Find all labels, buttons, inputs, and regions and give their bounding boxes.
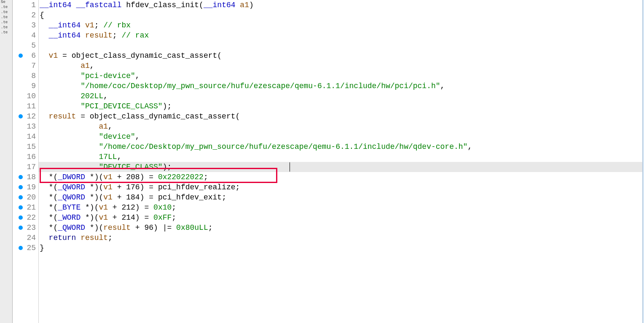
code-text-area[interactable]: __int64 __fastcall hfdev_class_init(__in… bbox=[39, 0, 642, 323]
gutter-row[interactable]: 8 bbox=[13, 71, 38, 81]
breakpoint-icon[interactable] bbox=[19, 54, 23, 58]
gutter-row[interactable]: 23 bbox=[13, 223, 38, 233]
punct: ; bbox=[113, 31, 122, 40]
gutter-row[interactable]: 1 bbox=[13, 0, 38, 10]
code-editor[interactable]: 1 2 3 4 5 6 7 8 9 10 11 12 13 14 15 16 1… bbox=[13, 0, 642, 323]
fastcall-keyword: __fastcall bbox=[76, 1, 121, 9]
breakpoint-icon[interactable] bbox=[19, 185, 23, 189]
code-line[interactable]: 202LL, bbox=[39, 91, 642, 101]
code-line[interactable]: "device", bbox=[39, 132, 642, 142]
line-number: 15 bbox=[27, 143, 36, 151]
breakpoint-icon[interactable] bbox=[19, 205, 23, 210]
sidebar-entry[interactable]: .te bbox=[0, 25, 12, 30]
left-sidebar[interactable]: Se .te .te .te .te .te .te bbox=[0, 0, 13, 323]
string-literal: "/home/coc/Desktop/my_pwn_source/hufu/ez… bbox=[99, 143, 467, 151]
punct: ; bbox=[172, 213, 176, 222]
punct: ); bbox=[163, 102, 172, 110]
gutter-row[interactable]: 16 bbox=[13, 152, 38, 162]
string-literal: "DEVICE_CLASS" bbox=[99, 163, 162, 171]
gutter-row[interactable]: 17 bbox=[13, 162, 38, 172]
gutter-row[interactable]: 13 bbox=[13, 121, 38, 132]
gutter-row[interactable]: 7 bbox=[13, 61, 38, 71]
punct: , bbox=[440, 82, 445, 90]
code-line[interactable]: *(_QWORD *)(result + 96) |= 0x80uLL; bbox=[39, 223, 642, 233]
code-line[interactable]: "pci-device", bbox=[39, 71, 642, 81]
sidebar-entry[interactable]: .te bbox=[0, 15, 12, 20]
gutter-row[interactable]: 11 bbox=[13, 101, 38, 111]
gutter-row[interactable]: 6 bbox=[13, 51, 38, 61]
sidebar-entry[interactable]: .te bbox=[0, 30, 12, 35]
cast-type: _QWORD bbox=[58, 183, 85, 191]
gutter-row[interactable]: 15 bbox=[13, 142, 38, 152]
type-keyword: __int64 bbox=[49, 21, 81, 30]
cast-type: _DWORD bbox=[58, 173, 85, 181]
line-number: 14 bbox=[27, 132, 36, 141]
code-line[interactable]: } bbox=[39, 243, 642, 253]
code-line[interactable]: { bbox=[39, 10, 642, 20]
code-line[interactable]: a1, bbox=[39, 61, 642, 71]
code-line[interactable]: "/home/coc/Desktop/my_pwn_source/hufu/ez… bbox=[39, 142, 642, 152]
punct: , bbox=[108, 122, 113, 131]
gutter-row[interactable]: 24 bbox=[13, 233, 38, 243]
code-text: + 214) = bbox=[108, 213, 153, 222]
code-line[interactable]: 17LL, bbox=[39, 152, 642, 162]
code-line[interactable]: *(_BYTE *)(v1 + 212) = 0x10; bbox=[39, 202, 642, 213]
scrollbar-track[interactable] bbox=[642, 0, 644, 323]
code-line[interactable]: a1, bbox=[39, 121, 642, 132]
code-line[interactable]: __int64 __fastcall hfdev_class_init(__in… bbox=[39, 0, 642, 10]
punct: ; bbox=[204, 173, 208, 181]
cast-type: _WORD bbox=[58, 213, 80, 222]
gutter-row[interactable]: 12 bbox=[13, 111, 38, 121]
number-literal: 17LL bbox=[99, 153, 117, 161]
breakpoint-icon[interactable] bbox=[19, 215, 23, 220]
code-line[interactable]: __int64 v1; // rbx bbox=[39, 20, 642, 30]
type-keyword: __int64 bbox=[49, 31, 81, 40]
breakpoint-icon[interactable] bbox=[19, 175, 23, 179]
cast-type: _BYTE bbox=[58, 203, 80, 212]
code-line[interactable]: *(_WORD *)(v1 + 214) = 0xFF; bbox=[39, 213, 642, 223]
sidebar-entry[interactable]: .te bbox=[0, 5, 12, 10]
punct: ; bbox=[172, 203, 176, 212]
gutter-row[interactable]: 21 bbox=[13, 202, 38, 213]
punct: , bbox=[117, 153, 122, 161]
breakpoint-icon[interactable] bbox=[19, 195, 23, 199]
sidebar-entry[interactable]: Se bbox=[0, 0, 12, 5]
code-line[interactable]: "PCI_DEVICE_CLASS"); bbox=[39, 101, 642, 111]
gutter-row[interactable]: 20 bbox=[13, 192, 38, 202]
gutter-row[interactable]: 3 bbox=[13, 20, 38, 30]
code-line[interactable]: "/home/coc/Desktop/my_pwn_source/hufu/ez… bbox=[39, 81, 642, 91]
gutter-row[interactable]: 10 bbox=[13, 91, 38, 101]
gutter-row[interactable]: 2 bbox=[13, 10, 38, 20]
punct: ; bbox=[208, 223, 213, 232]
code-line[interactable]: return result; bbox=[39, 233, 642, 243]
gutter-row[interactable]: 14 bbox=[13, 132, 38, 142]
sidebar-entry[interactable]: .te bbox=[0, 20, 12, 25]
sidebar-entry[interactable]: .te bbox=[0, 10, 12, 15]
line-number: 4 bbox=[31, 31, 36, 40]
gutter-row[interactable]: 25 bbox=[13, 243, 38, 253]
gutter-row[interactable]: 5 bbox=[13, 40, 38, 51]
code-line[interactable]: *(_DWORD *)(v1 + 208) = 0x22022022; bbox=[39, 172, 642, 182]
line-number: 16 bbox=[27, 153, 36, 161]
code-line[interactable]: result = object_class_dynamic_cast_asser… bbox=[39, 111, 642, 121]
code-line[interactable]: __int64 result; // rax bbox=[39, 30, 642, 40]
line-number: 10 bbox=[27, 92, 36, 100]
breakpoint-icon[interactable] bbox=[19, 226, 23, 230]
code-text: *( bbox=[40, 173, 58, 181]
type-keyword: __int64 bbox=[204, 1, 236, 9]
code-line[interactable]: *(_QWORD *)(v1 + 176) = pci_hfdev_realiz… bbox=[39, 182, 642, 192]
code-line[interactable] bbox=[39, 40, 642, 51]
gutter-row[interactable]: 19 bbox=[13, 182, 38, 192]
line-number: 20 bbox=[27, 193, 36, 202]
breakpoint-icon[interactable] bbox=[19, 114, 23, 118]
code-line-current[interactable]: "DEVICE_CLASS"); bbox=[39, 162, 642, 172]
gutter-row[interactable]: 18 bbox=[13, 172, 38, 182]
code-line[interactable]: *(_QWORD *)(v1 + 184) = pci_hfdev_exit; bbox=[39, 192, 642, 202]
punct: ); bbox=[163, 163, 172, 171]
punct: , bbox=[135, 132, 140, 141]
code-line[interactable]: v1 = object_class_dynamic_cast_assert( bbox=[39, 51, 642, 61]
gutter-row[interactable]: 4 bbox=[13, 30, 38, 40]
gutter-row[interactable]: 9 bbox=[13, 81, 38, 91]
gutter-row[interactable]: 22 bbox=[13, 213, 38, 223]
breakpoint-icon[interactable] bbox=[19, 246, 23, 250]
